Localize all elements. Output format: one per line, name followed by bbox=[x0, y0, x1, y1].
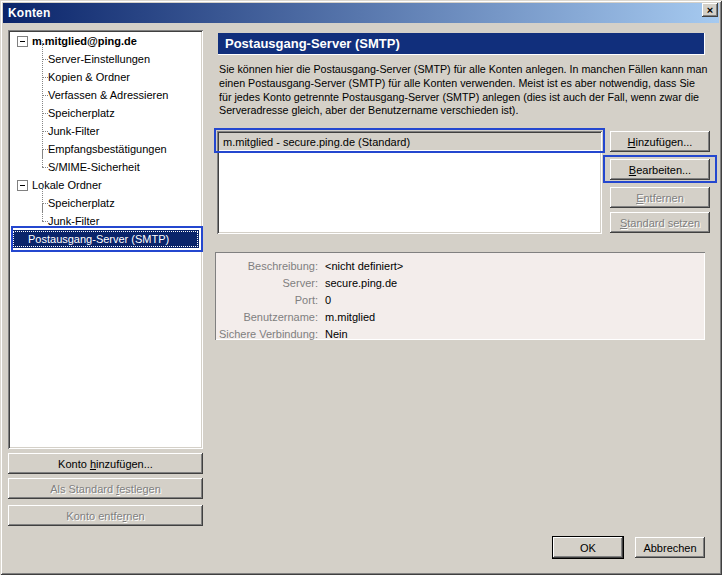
tree-item-account-root[interactable]: m.mitglied@ping.de bbox=[10, 32, 201, 50]
smtp-list-item[interactable]: m.mitglied - secure.ping.de (Standard) bbox=[219, 133, 600, 150]
tree-item-postausgang-server[interactable]: Postausgang-Server (SMTP) bbox=[12, 230, 199, 248]
tree-item-speicherplatz[interactable]: Speicherplatz bbox=[10, 104, 201, 122]
pane-title: Postausgang-Server (SMTP) bbox=[225, 36, 400, 51]
remove-smtp-button: Entfernen bbox=[610, 187, 710, 208]
set-default-smtp-button: Standard setzen bbox=[610, 212, 710, 233]
accounts-dialog: Konten × m.mitglied@ping.de Server-Einst… bbox=[0, 0, 722, 575]
tree-item-kopien-ordner[interactable]: Kopien & Ordner bbox=[10, 68, 201, 86]
window-title: Konten bbox=[8, 6, 51, 20]
tree-item-server-einstellungen[interactable]: Server-Einstellungen bbox=[10, 50, 201, 68]
tree-collapse-icon[interactable] bbox=[17, 180, 28, 191]
pane-header: Postausgang-Server (SMTP) bbox=[218, 33, 705, 55]
tree-item-empfangsbestaetigungen[interactable]: Empfangsbestätigungen bbox=[10, 140, 201, 158]
cancel-button[interactable]: Abbrechen bbox=[635, 537, 705, 558]
tree-item-junk-filter[interactable]: Junk-Filter bbox=[10, 122, 201, 140]
detail-row-port: Port: 0 bbox=[215, 291, 705, 308]
detail-row-server: Server: secure.ping.de bbox=[215, 274, 705, 291]
titlebar: Konten bbox=[3, 3, 719, 23]
set-default-account-button: Als Standard festlegen bbox=[8, 478, 203, 499]
tree-item-smime-sicherheit[interactable]: S/MIME-Sicherheit bbox=[10, 158, 201, 176]
tree-item-lokale-ordner[interactable]: Lokale Ordner bbox=[10, 176, 201, 194]
smtp-details-panel: Beschreibung: <nicht definiert> Server: … bbox=[215, 252, 705, 340]
add-smtp-button[interactable]: Hinzufügen... bbox=[610, 131, 710, 152]
intro-text: Sie können hier die Postausgang-Server (… bbox=[219, 63, 711, 118]
detail-row-beschreibung: Beschreibung: <nicht definiert> bbox=[215, 257, 705, 274]
tree-collapse-icon[interactable] bbox=[17, 36, 28, 47]
detail-row-benutzername: Benutzername: m.mitglied bbox=[215, 308, 705, 325]
close-button[interactable]: × bbox=[702, 3, 718, 17]
close-icon: × bbox=[707, 5, 713, 16]
add-account-button[interactable]: Konto hinzufügen... bbox=[8, 453, 203, 474]
smtp-server-list[interactable]: m.mitglied - secure.ping.de (Standard) bbox=[217, 131, 602, 234]
detail-row-sichere-verbindung: Sichere Verbindung: Nein bbox=[215, 325, 705, 342]
accounts-tree[interactable]: m.mitglied@ping.de Server-Einstellungen … bbox=[8, 30, 203, 449]
edit-smtp-button[interactable]: Bearbeiten... bbox=[610, 159, 710, 180]
tree-item-lokale-junk-filter[interactable]: Junk-Filter bbox=[10, 212, 201, 230]
ok-button[interactable]: OK bbox=[552, 536, 624, 559]
remove-account-button: Konto entfernen bbox=[8, 505, 203, 526]
tree-item-lokale-speicherplatz[interactable]: Speicherplatz bbox=[10, 194, 201, 212]
tree-item-verfassen-adressieren[interactable]: Verfassen & Adressieren bbox=[10, 86, 201, 104]
